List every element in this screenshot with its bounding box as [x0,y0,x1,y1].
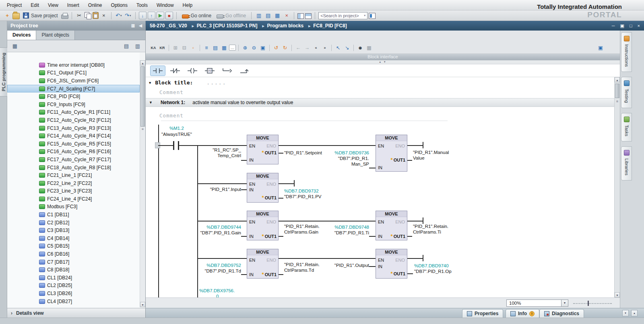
operand[interactable]: %DB7.DBD9744 "DB7".PID_R1.Gain [195,224,241,236]
tree-item[interactable]: C6 [DB16] [7,250,140,258]
sort-view-icon[interactable]: ▥ [134,42,142,50]
contact-bar[interactable] [178,141,179,150]
tree-item[interactable]: FC23_Line_3 [FC23] [7,187,140,195]
insert-output-icon[interactable]: * [262,151,264,155]
operand[interactable]: %DB7.DBD9740 "DB7".PID_R1.Op [414,263,452,274]
go-offline-button[interactable]: Go offline [215,11,248,20]
favorites-toggle-icon[interactable]: ▣ [259,44,267,52]
watch-table-icon[interactable]: ▦ [273,12,281,20]
tree-item[interactable]: FC12_Auto_Cycle_R2 [FC12] [7,116,140,124]
block-title-value[interactable]: ..... [206,80,226,86]
contact-name[interactable]: "AlwaysTRUE" [161,131,192,137]
minimize-icon[interactable]: ─ [612,23,615,28]
insert-output-icon[interactable]: * [262,273,264,277]
zoom-select[interactable]: 100% ▼ [506,299,568,307]
operand[interactable]: "R1_RC".SP_ Temp_Cntrl [197,147,241,158]
save-project-button[interactable]: Save project [21,11,60,20]
operand[interactable]: "PID_R1".Input [197,187,241,192]
comments-toggle-icon[interactable]: … [229,45,236,51]
tree-item[interactable]: C3 [DB13] [7,226,140,234]
delete-network-icon[interactable]: ⊟ [180,44,188,52]
tab-diagnostics[interactable]: Diagnostics [539,309,584,318]
tree-item[interactable]: FC8_PID [FC8] [7,92,140,100]
details-view-bar[interactable]: › Details view [7,308,146,318]
tree-scroll-track[interactable]: ≡ [140,66,145,302]
operand[interactable]: %DB7.DBD9732 "DB7".PID_R1.PV [284,188,322,199]
pin-in[interactable]: IN [378,165,382,170]
task-card-tab[interactable]: Tasks [621,113,632,141]
menu-item[interactable]: Edit [26,0,43,10]
tree-item[interactable]: FC9_Inputs [FC9] [7,100,140,109]
pin-en[interactable]: EN [378,258,384,262]
splitter-up-icon[interactable]: ▲ [379,61,382,63]
tree-item[interactable]: CL3 [DB26] [7,289,140,297]
device-info-icon[interactable]: ▤ [264,12,272,20]
zoom-slider-handle[interactable] [588,301,589,306]
tree-item[interactable]: Time error interrupt [OB80] [7,61,140,69]
undo-icon[interactable]: ↶▾ [115,12,123,20]
tree-item[interactable]: FC6_JISL_Comm [FC6] [7,77,140,85]
split-editor-horizontal-icon[interactable] [305,13,312,19]
scroll-grip-icon[interactable]: ≡ [615,99,620,103]
undo-caret-icon[interactable]: ▾ [120,14,122,17]
redo-icon[interactable]: ↷▾ [124,12,132,20]
menu-item[interactable]: Window [152,0,178,10]
monitoring-icon[interactable]: ◉ [356,44,364,52]
insert-empty-box-icon[interactable]: ◦ [189,44,197,52]
last-error-icon[interactable]: » [321,44,329,52]
open-project-icon[interactable] [12,13,20,19]
pin-out1[interactable]: *OUT1 [391,158,405,162]
tree-item[interactable]: FC1_Output [FC1] [7,69,140,77]
tree-item[interactable]: FC11_Auto_Cycle_R1 [FC11] [7,109,140,117]
toolbar-separator[interactable] [291,45,292,51]
stop-cpu-icon[interactable]: ■ [165,12,173,19]
insert-output-icon[interactable]: * [391,234,393,238]
tree-item[interactable]: FC22_Line_2 [FC22] [7,179,140,187]
move-block[interactable]: MOVE EN ENO *OUT1 IN [376,135,407,172]
expand-pane-icon[interactable]: ▴ [631,310,638,316]
no-contact-icon[interactable] [151,66,165,76]
move-block[interactable]: MOVE EN ENO IN *OUT1 [247,249,279,279]
nc-contact-icon[interactable] [168,66,182,76]
tab-plant-objects[interactable]: Plant objects [36,31,75,40]
tree-view-icon[interactable]: ▦ [11,42,19,50]
zoom-dropdown-icon[interactable]: ▼ [561,300,568,306]
tree-item[interactable]: CL2 [DB25] [7,282,140,290]
breadcrumb-item[interactable]: PLC_3 [CPU 1510SP-1 PN] [197,23,264,29]
menu-item[interactable]: Options [107,0,132,10]
menu-item[interactable]: Help [178,0,197,10]
insert-network-icon[interactable]: ⊞ [171,44,180,52]
download-to-device-icon[interactable]: ↓ [139,12,147,19]
pin-out1[interactable]: *OUT1 [262,272,277,277]
operand-representation-icon[interactable]: KR [158,44,166,52]
menu-item[interactable]: Project [2,0,26,10]
go-online-button[interactable]: Go online [180,11,213,20]
tree-item[interactable]: FC24_Line_4 [FC24] [7,195,140,203]
tree-item[interactable]: FC21_Line_1 [FC21] [7,171,140,179]
print-icon[interactable] [61,14,68,19]
go-to-definition-icon[interactable]: ↖ [334,44,342,52]
pin-in[interactable]: IN [249,187,254,192]
scroll-up-icon[interactable]: ▲ [615,77,620,82]
pin-in[interactable]: IN [378,234,382,239]
tab-devices[interactable]: Devices [7,31,36,40]
zoom-slider[interactable] [573,303,612,304]
delete-icon[interactable]: × [100,12,108,20]
start-cpu-icon[interactable]: ▶ [157,12,164,19]
tree-item[interactable]: Modbus [FC3] [7,203,140,211]
breadcrumb-item[interactable]: 58-270 _GS_V20 [150,23,194,29]
pin-en[interactable]: EN [249,219,255,224]
pin-in[interactable]: IN [249,272,254,277]
tree-item[interactable]: FC13_Auto_Cycle_R3 [FC13] [7,124,140,132]
editor-scroll-thumb[interactable] [615,84,619,98]
collapse-network-icon[interactable]: ▼ [149,100,153,105]
search-input[interactable]: <Search in project> ▾ [318,12,367,19]
tree-item[interactable]: FC16_Auto_Cycle_R6 [FC16] [7,148,140,156]
update-block-calls-icon[interactable]: ↺ [272,44,280,52]
breadcrumb-item[interactable]: Program blocks [267,23,311,29]
next-error-icon[interactable]: → [303,44,311,52]
split-editor-vertical-icon[interactable] [297,13,304,19]
splitter-down-icon[interactable]: ▼ [384,61,387,63]
pin-in[interactable]: IN [249,158,254,162]
pin-en[interactable]: EN [249,144,255,148]
